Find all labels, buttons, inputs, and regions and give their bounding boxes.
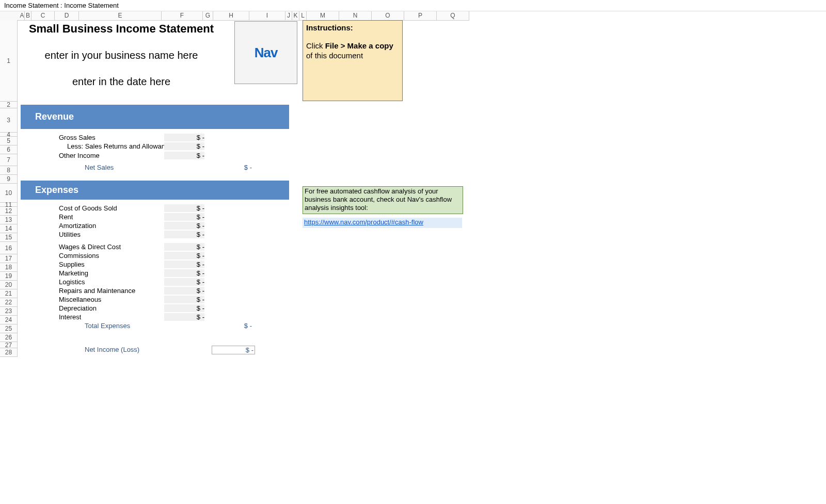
expense-row: Marketing$ - bbox=[21, 269, 289, 278]
expense-label: Marketing bbox=[59, 269, 88, 277]
net-sales-amount[interactable]: $ - bbox=[212, 164, 252, 171]
revenue-amount-cell[interactable]: $ - bbox=[164, 152, 204, 159]
expense-label: Utilities bbox=[59, 231, 81, 238]
row-header-7[interactable]: 7 bbox=[0, 154, 18, 166]
col-header-K[interactable]: K bbox=[292, 11, 299, 20]
expenses-title: Expenses bbox=[21, 185, 78, 196]
expense-amount-cell[interactable]: $ - bbox=[164, 261, 204, 268]
expense-amount-cell[interactable]: $ - bbox=[164, 278, 204, 286]
expense-label: Interest bbox=[59, 313, 81, 321]
row-header-24[interactable]: 24 bbox=[0, 316, 18, 324]
col-header-O[interactable]: O bbox=[372, 11, 404, 20]
col-header-Q[interactable]: Q bbox=[437, 11, 469, 20]
col-header-I[interactable]: I bbox=[249, 11, 285, 20]
col-header-N[interactable]: N bbox=[339, 11, 372, 20]
nav-logo: Nav bbox=[255, 45, 278, 61]
col-header-J[interactable]: J bbox=[285, 11, 292, 20]
row-header-27[interactable]: 27 bbox=[0, 342, 18, 348]
row-header-2[interactable]: 2 bbox=[0, 102, 18, 108]
expense-label: Wages & Direct Cost bbox=[59, 243, 121, 251]
row-header-3[interactable]: 3 bbox=[0, 108, 18, 133]
sheet-content: Small Business Income Statement enter in… bbox=[21, 20, 289, 354]
expense-row: Commissions$ - bbox=[21, 251, 289, 260]
row-header-18[interactable]: 18 bbox=[0, 263, 18, 272]
row-header-19[interactable]: 19 bbox=[0, 272, 18, 281]
expense-amount-cell[interactable]: $ - bbox=[164, 252, 204, 259]
row-header-6[interactable]: 6 bbox=[0, 145, 18, 154]
expense-row: Rent$ - bbox=[21, 213, 289, 221]
row-header-25[interactable]: 25 bbox=[0, 324, 18, 333]
cashflow-link[interactable]: https://www.nav.com/product/#cash-flow bbox=[304, 218, 423, 226]
revenue-row: Less: Sales Returns and Allowances$ - bbox=[21, 142, 289, 151]
row-headers: 1234567891011121314151617181920212223242… bbox=[0, 20, 18, 357]
expense-row: Logistics$ - bbox=[21, 278, 289, 286]
col-header-H[interactable]: H bbox=[213, 11, 249, 20]
col-header-B[interactable]: B bbox=[25, 11, 31, 20]
col-header-L[interactable]: L bbox=[299, 11, 307, 20]
row-header-5[interactable]: 5 bbox=[0, 137, 18, 145]
instructions-line2: of this document bbox=[306, 51, 399, 60]
expense-row: Depreciation$ - bbox=[21, 304, 289, 313]
net-income-label: Net Income (Loss) bbox=[85, 346, 139, 353]
instructions-title: Instructions: bbox=[306, 23, 399, 32]
row-header-23[interactable]: 23 bbox=[0, 307, 18, 316]
row-header-20[interactable]: 20 bbox=[0, 281, 18, 289]
revenue-row: Gross Sales$ - bbox=[21, 133, 289, 142]
expense-row: Interest$ - bbox=[21, 313, 289, 321]
expense-amount-cell[interactable]: $ - bbox=[164, 213, 204, 221]
row-header-14[interactable]: 14 bbox=[0, 224, 18, 233]
row-26-gap bbox=[21, 330, 289, 339]
doc-title: Small Business Income Statement bbox=[21, 20, 222, 35]
select-all-corner[interactable] bbox=[0, 11, 20, 21]
expense-amount-cell[interactable]: $ - bbox=[164, 269, 204, 277]
expense-amount-cell[interactable]: $ - bbox=[164, 313, 204, 321]
row-header-11[interactable]: 11 bbox=[0, 203, 18, 207]
net-sales-label: Net Sales bbox=[85, 164, 114, 171]
expense-amount-cell[interactable]: $ - bbox=[164, 231, 204, 238]
row-header-9[interactable]: 9 bbox=[0, 175, 18, 184]
title-block: Small Business Income Statement enter in… bbox=[21, 20, 222, 88]
row-header-8[interactable]: 8 bbox=[0, 166, 18, 175]
row-header-21[interactable]: 21 bbox=[0, 289, 18, 298]
date-placeholder[interactable]: enter in the date here bbox=[21, 61, 222, 88]
sheet-tab-breadcrumb: Income Statement : Income Statement bbox=[0, 0, 826, 11]
expense-amount-cell[interactable]: $ - bbox=[164, 287, 204, 295]
col-header-D[interactable]: D bbox=[55, 11, 79, 20]
expense-amount-cell[interactable]: $ - bbox=[164, 296, 204, 303]
col-header-G[interactable]: G bbox=[203, 11, 213, 20]
expense-amount-cell[interactable]: $ - bbox=[164, 243, 204, 251]
row-header-15[interactable]: 15 bbox=[0, 233, 18, 242]
row-header-10[interactable]: 10 bbox=[0, 184, 18, 203]
row-header-28[interactable]: 28 bbox=[0, 348, 18, 357]
row-header-26[interactable]: 26 bbox=[0, 333, 18, 342]
row-header-13[interactable]: 13 bbox=[0, 216, 18, 224]
col-header-P[interactable]: P bbox=[404, 11, 437, 20]
expense-label: Cost of Goods Sold bbox=[59, 204, 117, 212]
col-header-F[interactable]: F bbox=[162, 11, 203, 20]
col-header-E[interactable]: E bbox=[79, 11, 162, 20]
cashflow-note-box: For free automated cashflow analysis of … bbox=[303, 186, 463, 214]
row-header-4[interactable]: 4 bbox=[0, 133, 18, 137]
row-header-22[interactable]: 22 bbox=[0, 298, 18, 307]
revenue-amount-cell[interactable]: $ - bbox=[164, 142, 204, 150]
business-name-placeholder[interactable]: enter in your business name here bbox=[21, 35, 222, 61]
expense-row: Repairs and Maintenance$ - bbox=[21, 286, 289, 295]
revenue-amount-cell[interactable]: $ - bbox=[164, 134, 204, 141]
total-expenses-row: Total Expenses $ - bbox=[21, 321, 289, 330]
row-header-12[interactable]: 12 bbox=[0, 207, 18, 216]
net-income-row: Net Income (Loss) $ - bbox=[21, 345, 289, 354]
expense-amount-cell[interactable]: $ - bbox=[164, 304, 204, 312]
row-header-16[interactable]: 16 bbox=[0, 242, 18, 254]
row-header-17[interactable]: 17 bbox=[0, 254, 18, 263]
expense-amount-cell[interactable]: $ - bbox=[164, 222, 204, 230]
total-expenses-label: Total Expenses bbox=[85, 322, 130, 330]
net-income-amount[interactable]: $ - bbox=[212, 346, 255, 354]
expense-label: Commissions bbox=[59, 252, 99, 259]
col-header-M[interactable]: M bbox=[307, 11, 339, 20]
col-header-C[interactable]: C bbox=[31, 11, 55, 20]
col-header-A[interactable]: A bbox=[20, 11, 25, 20]
revenue-lines: Gross Sales$ -Less: Sales Returns and Al… bbox=[21, 133, 289, 163]
expense-amount-cell[interactable]: $ - bbox=[164, 204, 204, 212]
row-header-1[interactable]: 1 bbox=[0, 20, 18, 102]
total-expenses-amount[interactable]: $ - bbox=[212, 322, 252, 330]
